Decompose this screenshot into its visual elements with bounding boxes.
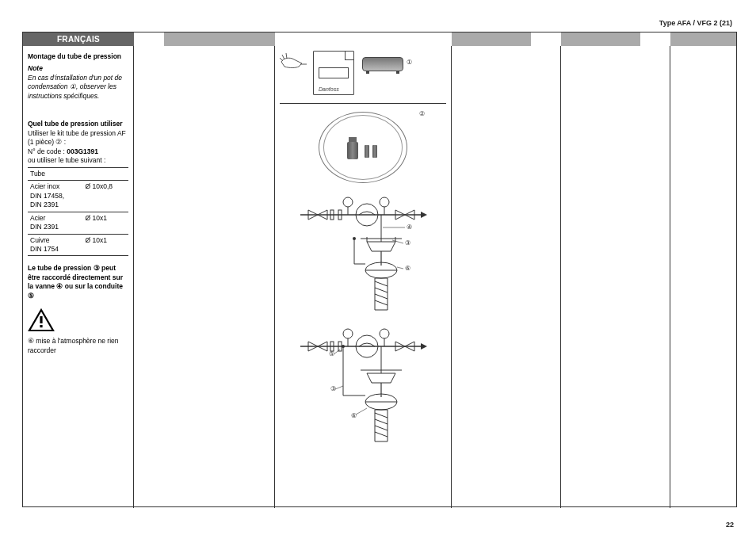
note-label: Note <box>28 64 128 73</box>
table-row: Acier DIN 2391 Ø 10x1 <box>28 212 128 234</box>
svg-marker-46 <box>421 343 427 350</box>
warning-icon <box>28 308 128 332</box>
tab-placeholder-2 <box>452 32 531 46</box>
quel-title: Quel tube de pression utiliser <box>28 120 128 128</box>
montage-title: Montage du tube de pression <box>28 52 128 61</box>
svg-line-56 <box>335 386 343 389</box>
tab-placeholder-1 <box>164 32 275 46</box>
svg-text:⑤: ⑤ <box>329 350 334 357</box>
separator <box>280 103 446 104</box>
tab-placeholder-3 <box>561 32 640 46</box>
tube-table-header: Tube <box>28 167 128 180</box>
svg-point-27 <box>353 237 356 240</box>
tab-gap <box>640 32 670 46</box>
svg-line-4 <box>280 58 283 61</box>
tab-gap <box>275 32 452 46</box>
quel-code: 003G1391 <box>67 147 98 155</box>
tube-connection-note: Le tube de pression ③ peut être raccordé… <box>28 264 128 300</box>
content-frame: FRANÇAIS Montage du tube de pression Not… <box>22 32 737 507</box>
note-body: En cas d'installation d'un pot de conden… <box>28 74 128 101</box>
col-empty-4 <box>670 46 736 508</box>
svg-line-55 <box>334 350 340 354</box>
svg-line-31 <box>397 267 403 269</box>
pressure-tube-kit-photo: ② <box>315 110 410 186</box>
table-cell-material: Acier DIN 2391 <box>28 212 83 234</box>
col-gap <box>640 46 670 508</box>
circled-1-label: ① <box>407 59 412 66</box>
circled-2-label: ② <box>419 110 425 117</box>
doc-pointer-row: Danfoss ① <box>280 51 446 98</box>
col-francais: Montage du tube de pression Note En cas … <box>23 46 134 508</box>
atmosphere-note: ⑥ mise à l'atmosphère ne rien raccorder <box>28 337 128 355</box>
col-empty-3 <box>561 46 640 508</box>
page: Type AFA / VFG 2 (21) FRANÇAIS Montage d… <box>0 0 756 535</box>
col-gap <box>531 46 561 508</box>
page-type-label: Type AFA / VFG 2 (21) <box>22 19 737 27</box>
svg-marker-19 <box>421 212 427 218</box>
table-cell-material: Cuivre DIN 1754 <box>28 234 83 256</box>
piping-schematic-2: ⑤ ③ ⑥ <box>296 323 430 449</box>
svg-text:③: ③ <box>405 239 410 246</box>
svg-rect-2 <box>40 325 42 327</box>
table-cell-material: Acier inox DIN 17458, DIN 2391 <box>28 181 83 212</box>
tab-gap <box>134 32 164 46</box>
quel-code-prefix: N° de code : <box>28 147 67 155</box>
table-cell-size: Ø 10x1 <box>83 234 128 256</box>
quel-alt: ou utiliser le tube suivant : <box>28 156 128 165</box>
table-cell-size: Ø 10x0,8 <box>83 181 128 212</box>
tab-placeholder-4 <box>670 32 736 46</box>
col-empty-1 <box>164 46 275 508</box>
svg-point-12 <box>343 197 353 207</box>
tab-gap <box>531 32 561 46</box>
col-gap <box>134 46 164 508</box>
table-cell-size: Ø 10x1 <box>83 212 128 234</box>
tab-strip: FRANÇAIS <box>23 32 736 46</box>
col-illustrations: Danfoss ① ② <box>275 46 452 508</box>
svg-text:③: ③ <box>330 385 336 392</box>
svg-rect-1 <box>40 316 42 323</box>
svg-point-51 <box>342 345 345 348</box>
svg-text:⑥: ⑥ <box>351 412 357 419</box>
doc-brand-label: Danfoss <box>319 86 339 92</box>
table-row: Acier inox DIN 17458, DIN 2391 Ø 10x0,8 <box>28 181 128 212</box>
svg-line-6 <box>286 53 287 59</box>
pointing-hand-icon <box>280 51 308 75</box>
svg-text:④: ④ <box>407 224 412 231</box>
page-number: 22 <box>726 521 734 529</box>
tab-francais: FRANÇAIS <box>23 32 134 46</box>
svg-line-5 <box>282 55 284 59</box>
instruction-document-icon: Danfoss <box>313 51 354 95</box>
svg-point-41 <box>380 329 389 338</box>
col-empty-2 <box>452 46 531 508</box>
piping-schematic-1: ④ ③ ⑥ <box>296 191 430 318</box>
svg-point-39 <box>343 329 353 338</box>
quel-line1: Utiliser le kit tube de pression AF (1 p… <box>28 129 128 147</box>
table-row: Cuivre DIN 1754 Ø 10x1 <box>28 234 128 256</box>
columns: Montage du tube de pression Note En cas … <box>23 46 736 508</box>
svg-line-57 <box>356 408 367 415</box>
condensation-pot-icon <box>362 57 403 71</box>
quel-code-line: N° de code : 003G1391 <box>28 147 128 156</box>
svg-text:⑥: ⑥ <box>405 265 410 272</box>
svg-point-14 <box>380 197 389 207</box>
tube-table: Tube Acier inox DIN 17458, DIN 2391 Ø 10… <box>28 167 128 257</box>
